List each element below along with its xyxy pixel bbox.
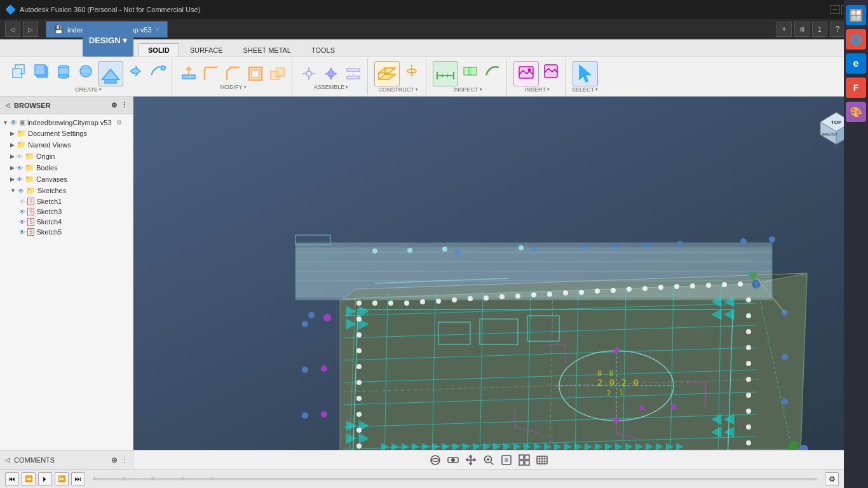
root-settings-icon[interactable]: ⚙: [116, 119, 122, 126]
svg-rect-1: [14, 70, 20, 76]
modify-label[interactable]: MODIFY ▾: [220, 84, 247, 90]
step-back-button[interactable]: ⏪: [22, 472, 36, 486]
sketch5-vis-icon[interactable]: 👁: [19, 229, 25, 236]
bottom-bar: ◁ COMMENTS ⊕ ⋮: [0, 450, 844, 469]
browser-item-sketch4[interactable]: 👁 S Sketch4: [0, 217, 133, 227]
skip-to-start-button[interactable]: ⏮: [5, 472, 19, 486]
forward-button[interactable]: ▷: [23, 22, 38, 37]
insert-canvas-icon[interactable]: [513, 61, 539, 86]
browser-item-sketch1[interactable]: 👁 S Sketch1: [0, 196, 133, 207]
pan-icon[interactable]: [463, 452, 478, 468]
modify-fillet-icon[interactable]: [201, 64, 221, 84]
modify-shell-icon[interactable]: [245, 64, 266, 84]
modify-combine-icon[interactable]: [268, 64, 288, 84]
canvases-vis-icon[interactable]: 👁: [17, 176, 23, 183]
tab-settings-button[interactable]: ⚙: [794, 22, 810, 37]
comments-expand-icon[interactable]: ◁: [5, 456, 10, 463]
minimize-button[interactable]: ─: [830, 5, 840, 14]
browser-item-doc-settings[interactable]: ▶ 📁 Document Settings: [0, 128, 133, 139]
step-forward-button[interactable]: ⏩: [55, 472, 69, 486]
assemble-label[interactable]: ASSEMBLE ▾: [314, 84, 349, 90]
browser-add-icon[interactable]: ⊕: [111, 101, 117, 109]
browser-item-sketch5[interactable]: 👁 S Sketch5: [0, 227, 133, 237]
fusion360-icon[interactable]: F: [846, 97, 866, 98]
canvas-area[interactable]: 0 8 2 0 2 0 2 1: [133, 97, 868, 450]
play-button[interactable]: ⏵: [38, 472, 52, 486]
cad-viewport[interactable]: 0 8 2 0 2 0 2 1: [133, 97, 868, 450]
tab-tools[interactable]: TOOLS: [302, 43, 344, 57]
modify-chamfer-icon[interactable]: [223, 64, 243, 84]
browser-title: BROWSER: [14, 102, 50, 109]
modify-press-pull-icon[interactable]: [179, 64, 199, 84]
insert-group: INSERT ▾: [510, 58, 566, 95]
create-revolve-icon[interactable]: [125, 61, 146, 81]
comments-add-icon[interactable]: ⊕: [111, 456, 118, 464]
insert-label[interactable]: INSERT ▾: [525, 86, 550, 93]
svg-point-40: [528, 69, 531, 72]
orbit-icon[interactable]: [428, 452, 443, 468]
inspect-curvature-icon[interactable]: [482, 61, 503, 81]
timeline-track[interactable]: ◇ ◇ ◇ ◇ ◇: [93, 478, 817, 480]
skip-to-end-button[interactable]: ⏭: [71, 472, 85, 486]
create-new-component-icon[interactable]: [9, 61, 29, 81]
svg-rect-12: [182, 75, 195, 79]
browser-item-sketch3[interactable]: 👁 S Sketch3: [0, 207, 133, 217]
construct-group: CONSTRUCT ▾: [370, 58, 426, 95]
help-button[interactable]: ?: [830, 22, 845, 37]
back-button[interactable]: ◁: [5, 22, 20, 37]
tab-sheet-metal[interactable]: SHEET METAL: [234, 43, 301, 57]
browser-item-origin[interactable]: ▶ 👁 📁 Origin: [0, 151, 133, 162]
assemble-joint-icon[interactable]: [299, 64, 319, 84]
zoom-icon[interactable]: [481, 452, 496, 468]
construct-axis-icon[interactable]: [402, 61, 422, 81]
timeline-settings-icon[interactable]: ⚙: [825, 472, 839, 486]
new-tab-button[interactable]: +: [776, 22, 792, 37]
browser-options-icon[interactable]: ⋮: [121, 101, 128, 109]
inspect-text: INSPECT: [453, 86, 478, 93]
construct-offset-plane-icon[interactable]: [374, 61, 400, 86]
browser-item-canvases[interactable]: ▶ 👁 📁 Canvases: [0, 173, 133, 185]
tab-solid[interactable]: SOLID: [139, 43, 179, 57]
root-eye-icon[interactable]: 👁: [10, 119, 17, 126]
grid-icon[interactable]: [517, 452, 532, 468]
browser-item-sketches[interactable]: ▼ 👁 📁 Sketches: [0, 185, 133, 196]
select-cursor-icon[interactable]: [573, 61, 598, 86]
create-cylinder-icon[interactable]: [53, 61, 74, 81]
paint-icon[interactable]: 🎨: [846, 102, 866, 122]
browser-collapse-icon[interactable]: ◁: [5, 102, 10, 109]
sketch4-vis-icon[interactable]: 👁: [19, 219, 25, 226]
inspect-measure-icon[interactable]: [433, 61, 458, 86]
tab-close-button[interactable]: ×: [156, 26, 159, 33]
inspect-interference-icon[interactable]: [460, 61, 480, 81]
svg-point-200: [746, 377, 751, 382]
assemble-align-icon[interactable]: [343, 64, 363, 84]
svg-point-185: [356, 316, 362, 322]
design-button[interactable]: DESIGN ▾: [83, 24, 133, 57]
svg-point-131: [782, 354, 788, 360]
create-sweep-icon[interactable]: [147, 61, 168, 81]
browser-item-root[interactable]: ▼ 👁 ▣ indeedbrewingCitymap v53 ⚙: [0, 117, 133, 128]
create-sphere-icon[interactable]: [76, 61, 96, 81]
browser-item-named-views[interactable]: ▶ 📁 Named Views: [0, 139, 133, 151]
fit-screen-icon[interactable]: [499, 452, 514, 468]
create-label[interactable]: CREATE ▾: [75, 86, 102, 93]
insert-decal-icon[interactable]: [541, 61, 561, 81]
inspect-label[interactable]: INSPECT ▾: [453, 86, 482, 93]
construct-label[interactable]: CONSTRUCT ▾: [378, 86, 418, 93]
browser-item-bodies[interactable]: ▶ 👁 📁 Bodies: [0, 162, 133, 173]
look-at-icon[interactable]: [445, 452, 461, 468]
toolbar: DESIGN ▾ SOLID SURFACE SHEET METAL TOOLS: [0, 39, 868, 97]
sketch3-vis-icon[interactable]: 👁: [19, 208, 25, 215]
sketch1-vis-icon[interactable]: 👁: [19, 198, 25, 205]
comments-more-icon[interactable]: ⋮: [121, 456, 128, 463]
tab-surface[interactable]: SURFACE: [180, 43, 233, 57]
assemble-move-icon[interactable]: [321, 64, 341, 84]
sketches-vis-icon[interactable]: 👁: [18, 187, 24, 194]
create-extrude-icon[interactable]: [98, 61, 123, 86]
assemble-text: ASSEMBLE: [314, 84, 345, 90]
select-label[interactable]: SELECT ▾: [572, 86, 598, 93]
create-box-icon[interactable]: [31, 61, 51, 81]
display-settings-icon[interactable]: [534, 452, 550, 468]
origin-vis-icon[interactable]: 👁: [17, 153, 23, 160]
bodies-vis-icon[interactable]: 👁: [17, 165, 23, 172]
